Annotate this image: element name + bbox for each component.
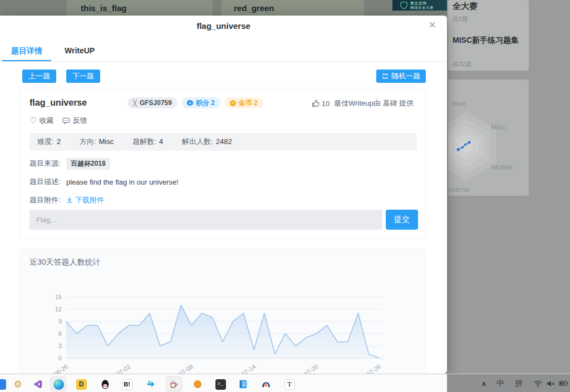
tab-challenge-detail[interactable]: 题目详情 (2, 43, 51, 61)
audacity-icon[interactable] (261, 379, 272, 390)
coin-badge: 金币 2 (224, 97, 263, 108)
submit-flag-button[interactable]: 提交 (386, 210, 418, 230)
problem-set-count: 共32题 (453, 60, 524, 68)
heart-icon: ♡ (30, 116, 37, 126)
adworld-logo-icon: ╳ (133, 100, 137, 107)
stat-label: 题解数: (132, 137, 156, 146)
stat-value: Misc (99, 137, 114, 146)
tab-writeup[interactable]: WriteUP (56, 43, 104, 61)
score-badge: 积分 2 (181, 97, 220, 108)
java-icon[interactable] (168, 379, 179, 390)
problem-set-title: 全大赛 (453, 1, 524, 12)
ime-language-indicator[interactable]: 中 (495, 374, 505, 392)
next-challenge-button[interactable]: 下一题 (66, 70, 100, 83)
b-tool-icon[interactable]: B! (121, 379, 132, 390)
challenge-id: GFSJ0759 (140, 99, 172, 107)
attachment-label: 题目附件: (30, 195, 66, 205)
svg-text:07-14: 07-14 (240, 363, 257, 374)
radar-label-mobile: Mobile (492, 163, 513, 171)
svg-text:07-26: 07-26 (365, 363, 382, 374)
favorite-button[interactable]: ♡ 收藏 (30, 116, 53, 126)
battery-icon[interactable] (558, 374, 569, 392)
coin-badge-label: 金币 2 (239, 98, 258, 108)
ime-mode-indicator[interactable]: 拼 (514, 374, 524, 392)
notebook-app-icon[interactable] (238, 379, 249, 390)
volume-muted-icon[interactable] (545, 374, 556, 392)
svg-text:07-02: 07-02 (115, 363, 132, 374)
qq-icon[interactable] (100, 379, 111, 390)
writeup-likes: 10 最佳Writeup由 墓碑 提供 (312, 98, 414, 108)
background-page-top: this_is_flag red_green 第五空间 网络安全大赛 (0, 0, 447, 16)
shield-icon (400, 1, 407, 9)
challenge-modal: flag_universe × 题目详情 WriteUP 上一题 下一题 随机一… (0, 16, 447, 374)
shuffle-icon (382, 73, 389, 80)
download-attachment-label: 下载附件 (75, 195, 104, 205)
answer-trend-card: 近30天答题人数统计 0369121506-2607-0207-0807-140… (20, 249, 426, 374)
settings-gear-icon[interactable]: ⚙ (12, 379, 23, 390)
challenge-name: flag_universe (30, 98, 113, 108)
typora-icon[interactable]: T (284, 379, 295, 390)
contest-banner: 第五空间 网络安全大赛 (392, 0, 447, 11)
tray-chevron-up[interactable]: ∧ (479, 374, 489, 392)
stat-label: 解出人数: (182, 137, 213, 146)
radar-label-reverse: Reverse (448, 185, 469, 193)
problem-set-count: 共5题 (453, 15, 524, 23)
best-writeup-note: 最佳Writeup由 墓碑 提供 (334, 98, 414, 108)
description-label: 题目描述: (30, 177, 66, 187)
svg-text:3: 3 (58, 343, 62, 349)
download-icon (66, 197, 73, 204)
background-sidebar: 全大赛 共5题 MISC新手练习题集 共32题 Web Misc M (447, 0, 570, 374)
modal-title: flag_universe (0, 21, 447, 31)
svg-text:12: 12 (55, 306, 62, 312)
screen: this_is_flag red_green 第五空间 网络安全大赛 全大赛 共… (0, 0, 570, 392)
banner-line: 网络安全大赛 (410, 6, 434, 9)
close-icon[interactable]: × (429, 19, 436, 31)
stat-value: 2482 (216, 137, 232, 146)
likes-count: 10 (322, 100, 330, 108)
blue-arrows-app-icon[interactable] (145, 379, 156, 390)
problem-set-card: 全大赛 共5题 MISC新手练习题集 共32题 (448, 0, 529, 71)
svg-text:6: 6 (58, 330, 62, 337)
background-challenge-title: this_is_flag (81, 3, 127, 13)
svg-text:9: 9 (58, 318, 62, 325)
download-attachment-link[interactable]: 下载附件 (66, 195, 104, 205)
radar-hexagon-chart (448, 80, 529, 196)
radar-label-misc: Misc (491, 123, 506, 131)
taskbar-partial-icon[interactable] (0, 379, 6, 390)
category-radar-card: Web Misc Mobile Reverse (448, 80, 529, 196)
prev-challenge-button[interactable]: 上一题 (22, 70, 56, 83)
wifi-icon[interactable] (532, 374, 543, 392)
terminal-icon[interactable]: >_ (215, 379, 226, 390)
challenge-detail-card: flag_universe ╳ GFSJ0759 积分 2 金币 2 (20, 88, 426, 239)
random-challenge-button[interactable]: 随机一题 (376, 70, 426, 83)
stat-label: 方向: (80, 137, 96, 146)
taskbar: ⚙ D B! >_ T ∧ 中 拼 (0, 374, 570, 392)
background-challenge-title: red_green (234, 3, 274, 13)
problem-set-title: MISC新手练习题集 (453, 36, 524, 46)
flag-input[interactable] (30, 210, 382, 230)
stat-value: 4 (159, 137, 163, 146)
svg-text:0: 0 (58, 355, 62, 361)
source-label: 题目来源: (30, 158, 66, 168)
answer-trend-chart: 0369121506-2607-0207-0807-1407-2007-26 (21, 272, 427, 374)
shell-app-icon[interactable] (192, 379, 203, 390)
description-text: please find the flag in our universe! (66, 178, 179, 186)
stat-value: 2 (57, 137, 61, 146)
downloader-app-icon[interactable]: D (76, 379, 87, 390)
tabs-bar: 题目详情 WriteUP (0, 43, 447, 62)
thumbs-up-icon[interactable] (312, 100, 320, 107)
challenge-stats-bar: 难度:2 方向:Misc 题解数:4 解出人数:2482 (30, 133, 417, 151)
svg-text:07-08: 07-08 (178, 363, 194, 374)
visual-studio-icon[interactable] (32, 379, 43, 390)
comment-icon (62, 117, 70, 125)
svg-text:06-26: 06-26 (52, 363, 69, 374)
svg-text:15: 15 (55, 294, 62, 300)
edge-browser-icon[interactable] (53, 379, 64, 390)
svg-text:07-20: 07-20 (303, 363, 320, 374)
score-gem-icon (187, 100, 193, 106)
feedback-button[interactable]: 反馈 (62, 116, 87, 126)
feedback-label: 反馈 (72, 116, 87, 126)
challenge-id-badge: ╳ GFSJ0759 (127, 97, 178, 108)
chart-title: 近30天答题人数统计 (30, 257, 417, 267)
favorite-label: 收藏 (39, 116, 53, 126)
